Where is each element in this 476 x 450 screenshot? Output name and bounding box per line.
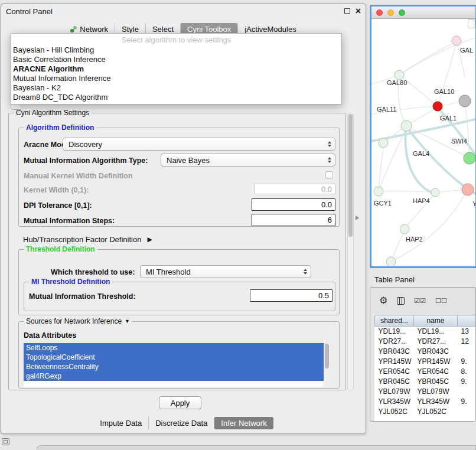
- minimized-panel-icon[interactable]: [2, 438, 9, 445]
- network-node[interactable]: [400, 224, 409, 234]
- mi-threshold-group-title: MI Threshold Definition: [29, 278, 112, 286]
- scroll-thumb[interactable]: [348, 114, 353, 237]
- table-row[interactable]: YBR045CYBR045C9.: [375, 377, 476, 387]
- table-row[interactable]: YDR27...YDR27...12: [375, 337, 476, 347]
- bottom-tab-impute-data[interactable]: Impute Data: [93, 417, 148, 429]
- algorithm-option[interactable]: Bayesian - Hill Climbing: [11, 45, 341, 55]
- network-node[interactable]: [433, 102, 442, 111]
- table-row[interactable]: YDL19...YDL19...13: [375, 327, 476, 337]
- zoom-traffic-light-icon[interactable]: [399, 9, 405, 16]
- node-label: HAP2: [406, 236, 423, 243]
- mi-threshold-input[interactable]: [250, 289, 332, 302]
- mi-steps-label: Mutual Information Steps:: [24, 217, 115, 225]
- network-node[interactable]: [452, 36, 461, 45]
- columns-icon[interactable]: [397, 297, 405, 305]
- network-node[interactable]: [464, 152, 475, 164]
- node-label: HAP4: [413, 197, 430, 204]
- table-row[interactable]: YLR345WYLR345W9.: [375, 397, 476, 407]
- aracne-mode-select[interactable]: Discovery: [63, 138, 335, 151]
- select-all-columns-icon[interactable]: ☑☑: [414, 298, 426, 304]
- algorithm-definition-title: Algorithm Definition: [24, 123, 96, 132]
- node-label: GAL10: [434, 88, 454, 95]
- sources-title-label: Sources for Network Inference: [26, 317, 122, 325]
- algorithm-popup-list: Bayesian - Hill ClimbingBasic Correlatio…: [11, 45, 341, 102]
- table-row[interactable]: YJL052CYJL052C: [375, 407, 476, 417]
- table-column-header[interactable]: shared...: [375, 315, 414, 327]
- network-node[interactable]: [374, 187, 383, 196]
- dpi-tolerance-label: DPI Tolerance [0,1]:: [24, 201, 92, 210]
- table-row[interactable]: YPR145WYPR145W9.: [375, 357, 476, 367]
- mi-type-select[interactable]: Naive Bayes: [161, 154, 335, 167]
- combo-arrows-icon: [304, 269, 307, 275]
- network-node[interactable]: [459, 95, 471, 107]
- table-cell: YPR145W: [375, 357, 414, 367]
- sources-group-title: Sources for Network Inference ▼: [24, 317, 132, 325]
- bottom-tab-infer-network[interactable]: Infer Network: [214, 417, 273, 429]
- table-body: YDL19...YDL19...13YDR27...YDR27...12YBR0…: [375, 327, 476, 417]
- kernel-width-label: Kernel Width (0,1):: [24, 186, 89, 194]
- scroll-thumb[interactable]: [325, 344, 329, 369]
- algorithm-option[interactable]: Basic Correlation Inference: [11, 55, 341, 64]
- gear-icon[interactable]: ⚙: [379, 296, 387, 305]
- attribute-list-item[interactable]: TopologicalCoefficient: [24, 353, 324, 362]
- dpi-tolerance-input[interactable]: [252, 198, 335, 211]
- network-edge: [379, 144, 384, 190]
- table-cell: YBR043C: [414, 347, 458, 357]
- table-row[interactable]: YBL079WYBL079W: [375, 387, 476, 397]
- mi-steps-input[interactable]: [252, 214, 335, 226]
- attribute-list-scrollbar[interactable]: [324, 343, 330, 387]
- network-edge-thick: [405, 129, 434, 194]
- network-node[interactable]: [379, 138, 388, 148]
- algorithm-option[interactable]: Bayesian - K2: [11, 83, 341, 93]
- network-canvas[interactable]: GALGAL80GAL10GAL11GAL1SWI4GAL4GCY1HAP4YH…: [371, 19, 475, 266]
- manual-kernel-checkbox[interactable]: [325, 171, 333, 179]
- table-toolbar: ⚙ ☑☑ ☐☐: [370, 288, 475, 314]
- kernel-width-input[interactable]: [254, 184, 335, 194]
- which-threshold-select[interactable]: MI Threshold: [140, 265, 311, 278]
- settings-scrollbar[interactable]: [347, 113, 354, 390]
- tab-label: Impute Data: [100, 419, 142, 428]
- algorithm-popup-placeholder: Select algorithm to view settings: [11, 35, 341, 45]
- attribute-list: SelfLoopsTopologicalCoefficientBetweenne…: [24, 343, 330, 387]
- table-cell: YER054C: [414, 367, 458, 377]
- network-window-titlebar[interactable]: [371, 6, 475, 19]
- table-column-header[interactable]: name: [414, 315, 458, 327]
- table-row[interactable]: YER054CYER054C8.: [375, 367, 476, 377]
- attribute-list-item[interactable]: BetweennessCentrality: [24, 362, 324, 371]
- table-cell: 13: [458, 327, 476, 337]
- network-tab-icon: [70, 26, 77, 32]
- network-node[interactable]: [462, 184, 474, 195]
- control-panel-title: Control Panel: [6, 7, 53, 16]
- network-node[interactable]: [431, 188, 439, 197]
- algorithm-option[interactable]: Dream8 DC_TDC Algorithm: [11, 93, 341, 102]
- hub-section-toggle[interactable]: Hub/Transcription Factor Definition ▶: [23, 235, 152, 244]
- which-threshold-value: MI Threshold: [146, 268, 191, 276]
- tab-label: jActiveModules: [244, 25, 296, 34]
- table-column-header[interactable]: [458, 315, 476, 327]
- algorithm-option[interactable]: ARACNE Algorithm: [11, 64, 341, 74]
- network-node[interactable]: [401, 120, 412, 131]
- close-traffic-light-icon[interactable]: [376, 9, 383, 16]
- combo-arrows-icon: [328, 157, 331, 163]
- network-scrollbar-fragment[interactable]: [468, 19, 475, 28]
- collapse-down-icon[interactable]: ▼: [125, 318, 130, 324]
- attribute-list-item[interactable]: SelfLoops: [24, 343, 324, 353]
- table-panel-window: ⚙ ☑☑ ☐☐ shared...name YDL19...YDL19...13…: [370, 287, 476, 422]
- algorithm-option[interactable]: Mutual Information Inference: [11, 74, 341, 83]
- bottom-tab-discretize-data[interactable]: Discretize Data: [148, 417, 214, 429]
- attribute-list-item[interactable]: gal4RGexp: [24, 371, 324, 381]
- close-window-icon[interactable]: ×: [356, 8, 361, 14]
- network-edge: [465, 102, 470, 157]
- table-cell: 9.: [458, 357, 476, 367]
- network-node[interactable]: [386, 257, 396, 266]
- panel-divider-arrow[interactable]: [356, 216, 359, 220]
- apply-button[interactable]: Apply: [159, 396, 201, 409]
- table-cell: YJL052C: [414, 407, 458, 417]
- expand-right-icon: ▶: [147, 236, 152, 243]
- minimize-traffic-light-icon[interactable]: [387, 9, 394, 16]
- deselect-all-columns-icon[interactable]: ☐☐: [435, 298, 447, 304]
- float-window-icon[interactable]: [344, 8, 350, 14]
- network-node[interactable]: [395, 70, 404, 80]
- cyni-settings-title: Cyni Algorithm Settings: [14, 109, 92, 117]
- table-row[interactable]: YBR043CYBR043C: [375, 347, 476, 357]
